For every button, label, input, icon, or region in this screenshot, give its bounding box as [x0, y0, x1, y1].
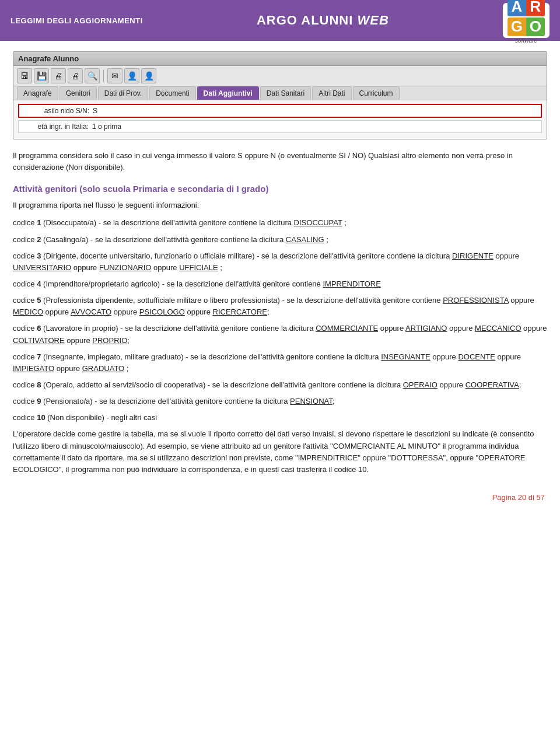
tab-dati-aggiuntivi[interactable]: Dati Aggiuntivi [197, 86, 259, 100]
toolbar-btn-user1[interactable]: 👤 [124, 68, 139, 83]
logo-r-letter: R [526, 0, 545, 16]
intro-paragraph: Il programma considera solo il caso in c… [13, 150, 547, 173]
toolbar-btn-user2[interactable]: 👤 [141, 68, 156, 83]
logo-g-letter: G [508, 18, 526, 36]
code-item-7: codice 7 (Insegnante, impiegato, militar… [13, 351, 547, 375]
closing-paragraph: L'operatore decide come gestire la tabel… [13, 428, 547, 476]
tab-altri-dati[interactable]: Altri Dati [312, 86, 351, 100]
input-asilo[interactable]: S [93, 107, 537, 115]
header-left-label: LEGGIMI DEGLI AGGIORNAMENTI [10, 16, 143, 25]
code-item-4: codice 4 (Imprenditore/proprietario agri… [13, 278, 547, 290]
section-intro: Il programma riporta nel flusso le segue… [13, 200, 547, 211]
tab-documenti[interactable]: Documenti [149, 86, 195, 100]
toolbar-btn-disk[interactable]: 💾 [34, 68, 49, 83]
logo-a-letter: A [508, 0, 526, 16]
toolbar-separator [103, 69, 104, 82]
toolbar-btn-print1[interactable]: 🖨 [51, 68, 66, 83]
label-asilo: asilo nido S/N: [23, 107, 93, 115]
tab-bar: Anagrafe Genitori Dati di Prov. Document… [13, 86, 547, 100]
form-area: asilo nido S/N: S età ingr. in Italia: 1… [13, 100, 547, 139]
window-title: Anagrafe Alunno [18, 54, 79, 63]
toolbar-btn-search[interactable]: 🔍 [85, 68, 100, 83]
code-item-10: codice 10 (Non disponibile) - negli altr… [13, 412, 547, 424]
form-row-asilo: asilo nido S/N: S [18, 104, 542, 118]
toolbar-btn-print2[interactable]: 🖨 [68, 68, 83, 83]
tab-dati-sanitari[interactable]: Dati Sanitari [260, 86, 311, 100]
toolbar-btn-mail[interactable]: ✉ [107, 68, 123, 83]
code-item-3: codice 3 (Dirigente, docente universitar… [13, 250, 547, 274]
section-heading: Attività genitori (solo scuola Primaria … [13, 184, 547, 194]
code-item-6: codice 6 (Lavoratore in proprio) - se la… [13, 323, 547, 346]
toolbar: 🖫 💾 🖨 🖨 🔍 ✉ 👤 👤 [13, 66, 547, 86]
code-item-9: codice 9 (Pensionato/a) - se la descrizi… [13, 396, 547, 407]
logo-ar: A R [508, 0, 545, 16]
logo-go: G O [508, 18, 545, 36]
header-center-title: ARGO ALUNNI WEB [257, 13, 389, 28]
tab-anagrafe[interactable]: Anagrafe [17, 86, 58, 100]
page-number: Pagina 20 di 57 [13, 493, 547, 502]
window-titlebar: Anagrafe Alunno [13, 52, 547, 66]
code-item-8: codice 8 (Operaio, addetto ai servizi/so… [13, 379, 547, 391]
label-eta: età ingr. in Italia: [22, 123, 92, 131]
header: LEGGIMI DEGLI AGGIORNAMENTI ARGO ALUNNI … [0, 0, 560, 41]
tab-dati-prov[interactable]: Dati di Prov. [98, 86, 148, 100]
form-row-eta: età ingr. in Italia: 1 o prima [18, 120, 542, 133]
logo-software-text: software [515, 37, 537, 44]
code-item-1: codice 1 (Disoccupato/a) - se la descriz… [13, 217, 547, 229]
tab-curriculum[interactable]: Curriculum [353, 86, 400, 100]
code-item-2: codice 2 (Casalingo/a) - se la descrizio… [13, 234, 547, 246]
main-content: Anagrafe Alunno 🖫 💾 🖨 🖨 🔍 ✉ 👤 👤 Anagrafe… [0, 41, 560, 519]
logo-o-letter: O [526, 18, 545, 36]
argo-logo: A R G O software [503, 3, 550, 38]
code-item-5: codice 5 (Professionista dipendente, sot… [13, 295, 547, 318]
input-eta[interactable]: 1 o prima [92, 123, 538, 131]
anagrafe-alunno-window: Anagrafe Alunno 🖫 💾 🖨 🖨 🔍 ✉ 👤 👤 Anagrafe… [13, 51, 547, 139]
tab-genitori[interactable]: Genitori [60, 86, 97, 100]
toolbar-btn-save[interactable]: 🖫 [17, 68, 32, 83]
